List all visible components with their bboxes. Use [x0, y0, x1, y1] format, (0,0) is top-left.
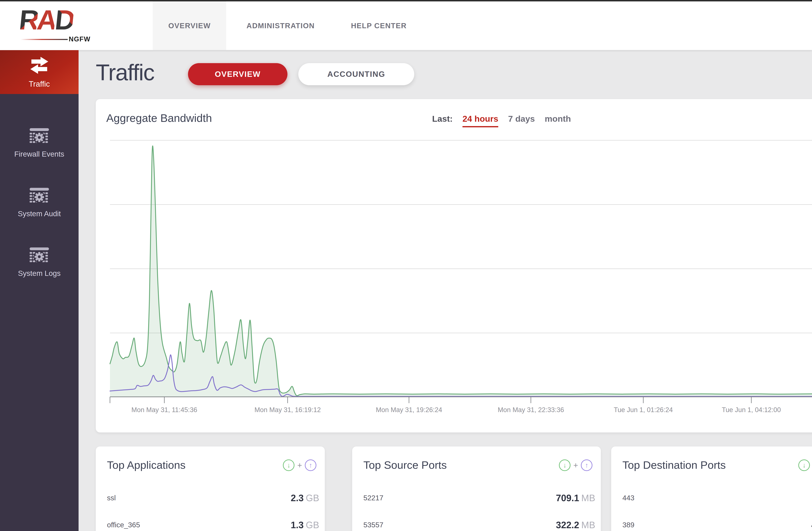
stat-card-title: Top Applications: [107, 459, 186, 471]
tab-overview[interactable]: OVERVIEW: [188, 63, 288, 85]
sidebar-item-system-logs[interactable]: System Logs: [0, 242, 78, 282]
traffic-arrows-icon: [29, 56, 49, 75]
stat-row: 52217709.1MB: [363, 492, 595, 504]
stat-row-value: 322.2MB: [556, 520, 595, 530]
firewall-gear-icon: [29, 128, 49, 145]
nav-item-administration[interactable]: ADMINISTRATION: [244, 1, 317, 50]
stat-row-value: 1.3GB: [291, 520, 319, 530]
download-circle-icon[interactable]: ↓: [283, 459, 294, 471]
stat-row: office_3651.3GB: [107, 519, 319, 531]
stat-row-unit: GB: [306, 520, 319, 530]
x-axis-label: Mon May 31, 19:26:24: [376, 406, 442, 414]
range-month[interactable]: month: [545, 114, 571, 124]
rad-ngfw-logo[interactable]: RAD NGFW: [17, 4, 95, 47]
sidebar-item-traffic[interactable]: Traffic: [0, 50, 78, 94]
firewall-gear-icon: [29, 187, 49, 204]
nav-item-help-center[interactable]: HELP CENTER: [342, 1, 416, 50]
stat-row-label: 53557: [363, 521, 383, 529]
logo-wordmark: RAD: [18, 6, 74, 34]
logo-letter-d: D: [54, 4, 75, 35]
aggregate-bandwidth-card: Aggregate Bandwidth Last: 24 hours7 days…: [96, 99, 812, 432]
green-series-area: [110, 146, 812, 397]
stat-row: 389465.8: [622, 519, 812, 531]
stat-row-value-number: 465.8: [811, 520, 812, 530]
stat-row-value-number: 709.1: [556, 493, 579, 503]
logo-underline: [21, 39, 68, 40]
download-upload-toggle: ↓+↑: [559, 459, 592, 471]
sidebar-item-label: System Audit: [18, 209, 61, 218]
stat-card-title: Top Source Ports: [363, 459, 447, 471]
card-top-destination-ports: Top Destination Ports↓+↑4438.389465.8: [611, 446, 812, 531]
stat-row-label: 443: [622, 494, 634, 502]
stat-row-label: office_365: [107, 521, 140, 529]
firewall-gear-icon: [29, 247, 49, 264]
stat-card-title: Top Destination Ports: [622, 459, 726, 471]
upload-circle-icon[interactable]: ↑: [581, 459, 592, 471]
plus-icon: +: [573, 460, 578, 470]
x-axis-label: Mon May 31, 11:45:36: [131, 406, 197, 414]
stat-row-value-number: 1.3: [291, 520, 304, 530]
card-top-applications: Top Applications↓+↑ssl2.3GBoffice_3651.3…: [96, 446, 325, 531]
card-top-source-ports: Top Source Ports↓+↑52217709.1MB53557322.…: [352, 446, 601, 531]
sidebar: TrafficFirewall EventsSystem AuditSystem…: [0, 50, 78, 531]
stat-row-value: 2.3GB: [291, 492, 319, 503]
stat-row-unit: MB: [581, 493, 595, 503]
x-axis-label: Mon May 31, 16:19:12: [255, 406, 321, 414]
x-axis-label: Tue Jun 1, 01:26:24: [614, 406, 673, 414]
stat-row-value-number: 2.3: [291, 493, 304, 503]
stat-row-value: 465.8: [811, 520, 812, 530]
plus-icon: +: [297, 460, 302, 470]
stat-row: 4438.: [622, 492, 812, 504]
x-axis-label: Mon May 31, 22:33:36: [498, 406, 564, 414]
range-label: Last:: [432, 114, 453, 124]
stat-row-label: 52217: [363, 494, 383, 502]
stat-row: 53557322.2MB: [363, 519, 595, 531]
logo-subtitle: NGFW: [69, 35, 90, 43]
sidebar-item-firewall-events[interactable]: Firewall Events: [0, 123, 78, 163]
download-upload-toggle: ↓+↑: [283, 459, 316, 471]
logo-letter-r: R: [18, 4, 39, 35]
download-upload-toggle: ↓+↑: [798, 459, 812, 471]
bandwidth-chart[interactable]: [110, 140, 812, 407]
ngfw-dashboard: { "colors": { "accent_red": "#c32127", "…: [0, 0, 812, 531]
firewall-gear-icon: [29, 187, 49, 205]
time-range-selector: Last: 24 hours7 daysmonth: [432, 114, 571, 127]
sidebar-item-label: System Logs: [18, 269, 61, 278]
logo-letter-a: A: [35, 4, 57, 35]
traffic-arrows-icon: [29, 56, 49, 74]
nav-item-overview[interactable]: OVERVIEW: [153, 1, 226, 50]
range-7-days[interactable]: 7 days: [508, 114, 535, 124]
sidebar-item-label: Traffic: [29, 79, 50, 88]
stat-row-unit: GB: [306, 493, 319, 503]
window-top-strip: [0, 0, 812, 1]
stat-row: ssl2.3GB: [107, 492, 319, 504]
page-title: Traffic: [96, 59, 154, 86]
sidebar-item-system-audit[interactable]: System Audit: [0, 182, 78, 223]
firewall-gear-icon: [29, 128, 49, 144]
range-24-hours[interactable]: 24 hours: [463, 114, 498, 127]
x-axis-label: Tue Jun 1, 04:12:00: [722, 406, 781, 414]
download-circle-icon[interactable]: ↓: [559, 459, 570, 471]
sidebar-item-label: Firewall Events: [14, 150, 64, 158]
firewall-gear-icon: [29, 247, 49, 264]
tab-accounting[interactable]: ACCOUNTING: [298, 63, 414, 85]
stat-row-label: 389: [622, 521, 634, 529]
upload-circle-icon[interactable]: ↑: [305, 459, 316, 471]
stat-row-unit: MB: [581, 520, 595, 530]
download-circle-icon[interactable]: ↓: [798, 459, 810, 471]
stat-row-label: ssl: [107, 494, 116, 502]
bandwidth-card-title: Aggregate Bandwidth: [106, 112, 212, 124]
stat-row-value: 709.1MB: [556, 492, 595, 503]
stat-row-value-number: 322.2: [556, 520, 579, 530]
top-header: RAD NGFW OVERVIEWADMINISTRATIONHELP CENT…: [0, 1, 812, 50]
